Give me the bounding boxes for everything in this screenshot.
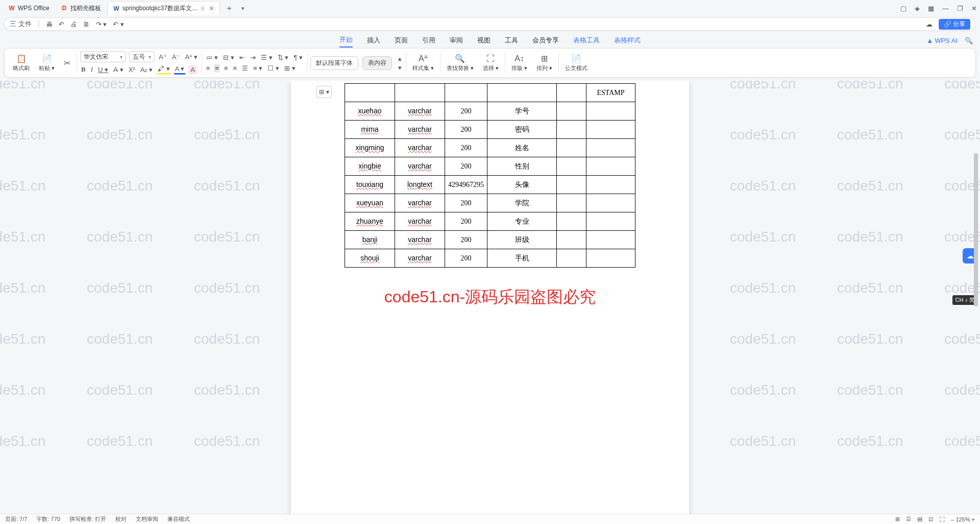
table-cell[interactable]: 班级 [487,231,557,249]
new-tab-button[interactable]: ＋ [221,3,237,14]
document-area[interactable]: code51.cncode51.cncode51.cncode51.cncode… [0,81,980,524]
borders-button[interactable]: ⊞ ▾ [283,64,297,73]
vertical-scrollbar[interactable] [973,61,980,506]
table-cell[interactable]: varchar [395,121,445,139]
find-replace-button[interactable]: 🔍查找替换 ▾ [444,51,477,75]
arrange-button[interactable]: ⊞排列 ▾ [533,51,555,75]
table-cell[interactable]: varchar [395,249,445,268]
style-table-content[interactable]: 表内容 [362,56,392,70]
table-cell[interactable]: 专业 [487,212,557,231]
table-row[interactable]: ESTAMP [345,84,635,102]
table-cell[interactable] [557,121,586,139]
search-icon[interactable]: 🔍 [965,37,973,44]
numbering-button[interactable]: ⊟ ▾ [222,53,235,62]
increase-font-button[interactable]: A⁺ [158,53,168,61]
table-row[interactable]: shoujivarchar200手机 [345,249,635,268]
table-cell[interactable]: 200 [445,231,487,249]
sort-button[interactable]: ⇅ ▾ [277,53,290,62]
table-cell[interactable]: zhuanye [345,212,395,231]
table-cell[interactable]: 4294967295 [445,176,487,194]
table-row[interactable]: xuehaovarchar200学号 [345,102,635,121]
decrease-font-button[interactable]: A⁻ [171,53,181,61]
text-direction-button[interactable]: A↕排版 ▾ [508,51,530,75]
style-scroll-up[interactable]: ▴ [397,54,403,63]
table-cell[interactable]: longtext [395,176,445,194]
highlight-button[interactable]: 🖍 ▾ [157,64,171,75]
font-size-combo[interactable]: 五号▾ [129,51,155,62]
close-tab-icon[interactable]: ✕ [209,5,214,12]
align-left-button[interactable]: ≡ [205,64,211,73]
table-cell[interactable] [586,249,635,268]
view-mode-2[interactable]: ☰ [906,516,911,522]
status-comments[interactable]: 文档审阅 [136,515,158,523]
table-cell[interactable]: mima [345,121,395,139]
table-cell[interactable] [586,194,635,212]
table-cell[interactable]: 性别 [487,157,557,176]
shading-button[interactable]: ☐ ▾ [266,64,280,73]
change-case-button[interactable]: Aᵃ ▾ [184,53,198,61]
table-cell[interactable] [557,139,586,157]
menu-table-tools[interactable]: 表格工具 [573,34,600,47]
table-cell[interactable]: 200 [445,102,487,121]
line-height-button[interactable]: ≡ ▾ [252,64,263,73]
table-cell[interactable] [557,249,586,268]
menu-insert[interactable]: 插入 [367,34,380,47]
menu-view[interactable]: 视图 [477,34,491,47]
table-cell[interactable]: touxiang [345,176,395,194]
cut-button[interactable]: ✂ [61,51,74,75]
table-cell[interactable]: banji [345,231,395,249]
subscript-button[interactable]: A₂ ▾ [139,65,154,74]
user-icon[interactable]: ▦ [928,5,934,12]
table-cell[interactable] [586,176,635,194]
line-spacing-button[interactable]: ☰ ▾ [260,53,274,62]
database-schema-table[interactable]: ESTAMPxuehaovarchar200学号mimavarchar200密码… [345,83,635,268]
pin-icon[interactable]: ⎘ [201,5,205,12]
table-cell[interactable] [557,102,586,121]
table-cell[interactable] [586,139,635,157]
select-button[interactable]: ⛶选择 ▾ [480,51,502,75]
document-page[interactable]: ⊞ ▾ ESTAMPxuehaovarchar200学号mimavarchar2… [291,81,689,524]
table-cell[interactable] [586,121,635,139]
align-justify-button[interactable]: ≡ [232,64,238,73]
italic-button[interactable]: I [90,65,94,74]
tab-document[interactable]: W springbootqkc37数据库文… ⎘ ✕ [107,1,220,15]
table-cell[interactable] [557,176,586,194]
view-mode-1[interactable]: ⊞ [895,516,900,522]
table-cell[interactable]: varchar [395,102,445,121]
clear-format-button[interactable]: A [188,65,197,74]
save-icon[interactable]: 🖶 [46,20,53,28]
minimize-icon[interactable]: — [942,5,949,12]
status-proof[interactable]: 校对 [115,515,127,523]
app-icon[interactable]: ◈ [915,5,920,12]
table-cell[interactable]: xingming [345,139,395,157]
preview-icon[interactable]: 🗎 [83,20,90,28]
menu-tools[interactable]: 工具 [505,34,518,47]
table-select-handle[interactable]: ⊞ ▾ [316,86,332,98]
font-color-button[interactable]: A ▾ [174,64,186,75]
table-cell[interactable]: varchar [395,231,445,249]
table-row[interactable]: xueyuanvarchar200学院 [345,194,635,212]
table-cell[interactable]: 200 [445,121,487,139]
close-window-icon[interactable]: ✕ [971,5,977,12]
table-cell[interactable]: 200 [445,157,487,176]
font-family-combo[interactable]: 华文仿宋▾ [80,51,126,62]
distribute-button[interactable]: ☰ [241,64,249,73]
menu-page[interactable]: 页面 [395,34,408,47]
view-mode-3[interactable]: ▤ [917,516,922,522]
table-cell[interactable]: xingbie [345,157,395,176]
table-cell[interactable] [586,231,635,249]
table-cell[interactable] [345,84,395,102]
wps-ai-button[interactable]: ▲ WPS AI [926,37,958,44]
table-cell[interactable]: 学号 [487,102,557,121]
redo-dropdown[interactable]: ↶ ▾ [113,20,124,28]
table-cell[interactable]: xueyuan [345,194,395,212]
table-cell[interactable]: 200 [445,249,487,268]
table-row[interactable]: banjivarchar200班级 [345,231,635,249]
status-insert[interactable]: 兼容模式 [167,515,190,523]
table-cell[interactable]: 200 [445,194,487,212]
table-cell[interactable] [586,157,635,176]
table-cell[interactable]: 姓名 [487,139,557,157]
style-default[interactable]: 默认段落字体 [310,56,358,70]
style-scroll-down[interactable]: ▾ [397,63,403,72]
table-cell[interactable]: varchar [395,139,445,157]
